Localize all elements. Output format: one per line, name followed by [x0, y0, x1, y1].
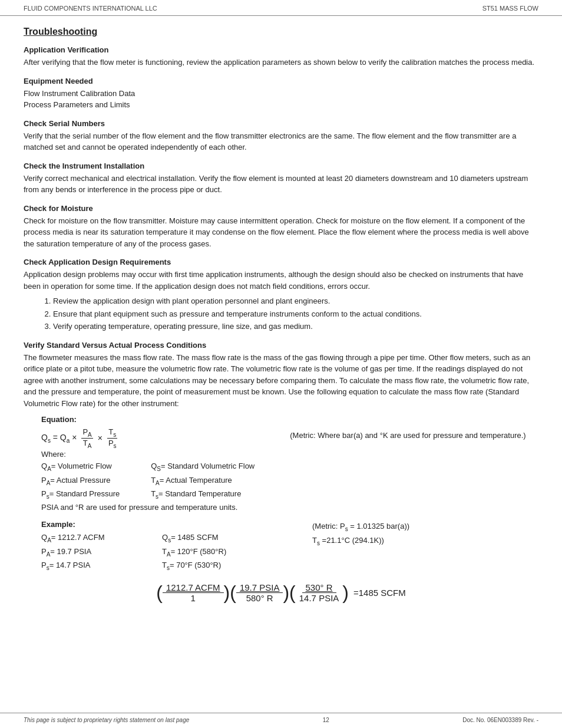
fraction-ts-ps: Ts Ps [107, 427, 118, 449]
ex-ta: TA= 120°F (580°R) [162, 545, 277, 559]
page-title: Troubleshooting [24, 27, 538, 37]
page: FLUID COMPONENTS INTERNATIONAL LLC ST51 … [0, 0, 562, 728]
equation-block: Qs = Qa × PA TA × Ts Ps Where: QA= Vo [41, 427, 254, 512]
big-equation-display: ( 1212.7 ACFM 1 ) ( 19.7 PSIA 580° R ) (… [24, 582, 538, 603]
equation-definitions: QA= Volumetric Flow QS= Standard Volumet… [41, 460, 254, 502]
page-header: FLUID COMPONENTS INTERNATIONAL LLC ST51 … [0, 0, 562, 16]
def-ps: Ps= Standard Pressure [41, 487, 145, 502]
ex-qa: QA= 1212.7 ACFM [41, 531, 156, 545]
big-frac-1: 1212.7 ACFM 1 [163, 582, 224, 603]
section-body-check-installation: Verify correct mechanical and electrical… [24, 173, 538, 196]
footer-right: Doc. No. 06EN003389 Rev. - [462, 717, 538, 723]
list-item-3: Verify operating temperature, operating … [53, 321, 538, 332]
def-ts: Ts= Standard Temperature [151, 487, 254, 502]
ex-pa: PA= 19.7 PSIA [41, 545, 156, 559]
example-note-right2: Ts =21.1°C (294.1K)) [312, 534, 409, 548]
section-body-app-verification: After verifying that the flow meter is f… [24, 57, 538, 68]
list-item-1: Review the application design with plant… [53, 295, 538, 307]
section-body-check-serial: Verify that the serial number of the flo… [24, 130, 538, 153]
where-label: Where: [41, 450, 254, 459]
fraction-pa-ta: PA TA [81, 427, 92, 449]
page-content: Troubleshooting Application Verification… [0, 16, 562, 713]
header-left: FLUID COMPONENTS INTERNATIONAL LLC [24, 5, 157, 12]
psia-note: PSIA and °R are used for pressure and te… [41, 503, 254, 512]
equipment-line-1: Flow Instrument Calibration Data Process… [24, 88, 538, 111]
big-equation-result: =1485 SCFM [353, 588, 406, 598]
footer-left: This page is subject to proprietary righ… [24, 717, 189, 723]
section-body-verify-standard: The flowmeter measures the mass flow rat… [24, 352, 538, 410]
list-item-2: Ensure that plant equipment such as pres… [53, 308, 538, 320]
main-equation: Qs = Qa × PA TA × Ts Ps [41, 427, 254, 449]
example-metric-note: (Metric: Ps = 1.01325 bar(a)) Ts =21.1°C… [312, 520, 409, 548]
ex-ts: Ts= 70°F (530°R) [162, 559, 277, 573]
big-frac-2: 19.7 PSIA 580° R [236, 582, 283, 603]
section-heading-verify-standard: Verify Standard Versus Actual Process Co… [24, 341, 538, 350]
equation-label: Equation: [41, 415, 538, 424]
example-note-right: (Metric: Ps = 1.01325 bar(a)) [312, 520, 409, 534]
def-pa: PA= Actual Pressure [41, 474, 145, 488]
example-label: Example: [41, 520, 277, 529]
section-heading-check-moisture: Check for Moisture [24, 204, 538, 213]
def-qs: QS= Standard Volumetric Flow [151, 460, 254, 474]
header-right: ST51 MASS FLOW [482, 5, 538, 12]
section-body-check-app-design: Application design problems may occur wi… [24, 269, 538, 292]
def-ta: TA= Actual Temperature [151, 474, 254, 488]
section-heading-app-verification: Application Verification [24, 45, 538, 54]
footer-center: 12 [323, 717, 329, 723]
def-qa: QA= Volumetric Flow [41, 460, 145, 474]
section-heading-check-app-design: Check Application Design Requirements [24, 258, 538, 266]
section-heading-check-serial: Check Serial Numbers [24, 119, 538, 128]
example-values: QA= 1212.7 ACFM Qs= 1485 SCFM PA= 19.7 P… [41, 531, 277, 573]
example-block: Example: QA= 1212.7 ACFM Qs= 1485 SCFM P… [41, 520, 277, 573]
paren-close-2: ) [283, 583, 289, 602]
paren-open-1: ( [156, 583, 163, 602]
paren-open-3: ( [289, 583, 296, 602]
page-footer: This page is subject to proprietary righ… [0, 713, 562, 728]
paren-open-2: ( [230, 583, 236, 602]
section-heading-equipment-needed: Equipment Needed [24, 77, 538, 85]
big-frac-3: 530° R 14.7 PSIA [296, 582, 343, 603]
ex-qs: Qs= 1485 SCFM [162, 531, 277, 545]
equation-note: (Metric: Where bar(a) and °K are used fo… [290, 430, 538, 442]
section-heading-check-installation: Check the Instrument Installation [24, 162, 538, 170]
ex-ps: Ps= 14.7 PSIA [41, 559, 156, 573]
paren-close-3: ) [342, 583, 349, 602]
section-body-check-moisture: Check for moisture on the flow transmitt… [24, 215, 538, 250]
paren-close-1: ) [224, 583, 230, 602]
